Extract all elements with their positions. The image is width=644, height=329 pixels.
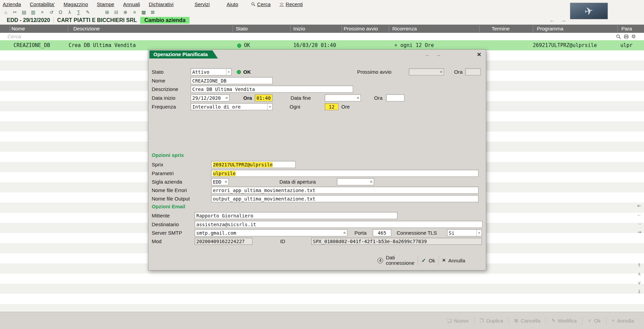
close-box-icon[interactable]: ⊠ [150,9,156,15]
back-icon[interactable]: ← [425,51,430,58]
data-fine-field[interactable]: ≡ [325,94,361,101]
back-icon[interactable]: ← [549,17,555,24]
omega-icon[interactable]: Ω [57,9,64,15]
menu-dichiarativi[interactable]: Dichiarativi [149,1,173,7]
col-prossimo-avvio[interactable]: Prossimo avvio [344,26,378,31]
check-icon: ✓ [421,257,426,264]
grid-minus-icon[interactable]: ⊟ [113,9,119,15]
app-window: Azienda Contabilita' Magazzino Stampe An… [0,0,644,329]
menu-recenti[interactable]: ☆ Recenti [279,1,303,7]
grid-icon[interactable]: ⊞ [104,9,110,15]
col-nome[interactable]: Nome [11,26,25,31]
frequenza-label: Frequenza [152,104,176,110]
modifica-button[interactable]: ✎ Modifica [546,318,582,324]
cambio-azienda-chip[interactable]: Cambio azienda [140,17,190,24]
col-descrizione[interactable]: Descrizione [73,26,100,31]
forward-icon[interactable]: → [436,51,441,58]
col-stato[interactable]: Stato [236,26,248,31]
row-parametri: ulpr [620,42,633,48]
ogni-field[interactable]: 12 [325,103,339,110]
ora-fine-field[interactable] [386,94,404,101]
nav-next-icon[interactable]: → [637,220,642,226]
sum-icon[interactable]: ∑ [76,9,82,15]
print-icon[interactable] [624,34,629,39]
opzioni-sprix-heading: Opzioni sprix [152,152,184,158]
col-termine[interactable]: Termine [492,26,510,31]
search-input[interactable]: Cerca [7,33,21,39]
menu-stampe[interactable]: Stampe [97,1,115,7]
nome-field[interactable]: CREAZIONE_DB [191,77,273,84]
file-output-field[interactable]: output_app_ultima_movimentazione.txt [211,195,478,202]
menu-cerca[interactable]: Cerca [251,1,271,7]
sigla-azienda-field[interactable]: EDD ≡ [211,178,229,185]
cut-icon[interactable]: ✂ [12,9,18,15]
nav-last-icon[interactable]: ⇥ [637,229,641,235]
search-row: Cerca ⚙ [0,33,644,40]
tls-select[interactable]: Si ▾ [447,229,482,236]
nav-down-icon[interactable]: ∨ [638,280,641,285]
col-programma[interactable]: Programma [537,26,563,31]
cancella-button[interactable]: ⊠ Cancella [509,318,546,324]
calendar-icon[interactable]: ▦ [141,9,147,15]
table-row[interactable]: CREAZIONE_DB Crea DB Ultima Vendita OK 1… [0,40,644,50]
nav-first-icon[interactable]: ⇤ [637,203,641,208]
menu-servizi[interactable]: Servizi [195,1,210,7]
delete-icon: ⊠ [514,318,518,323]
menu-contabilita[interactable]: Contabilita' [30,1,55,7]
prossimo-avvio-field[interactable]: ≡ [409,68,444,75]
nav-up-icon[interactable]: ∧ [638,271,641,277]
mittente-field[interactable]: Rapporto Giornaliero [195,212,397,219]
dati-connessione-button[interactable]: 4 Dati connessione [374,255,418,266]
list-icon[interactable]: ≡ [131,9,138,15]
footer-toolbar: ❑ Nuovo ❐ Duplica ⊠ Cancella ✎ Modifica … [0,312,644,329]
col-inizio[interactable]: Inizio [293,26,305,31]
home-icon[interactable]: ⌂ [3,9,9,15]
annulla-button[interactable]: × Annulla [606,318,639,324]
data-apertura-label: Data di apertura [279,179,316,185]
porta-field[interactable]: 465 [373,229,391,236]
col-ricorrenza[interactable]: Ricorrenza [392,26,417,31]
ok-button[interactable]: ✓ Ok [583,318,606,324]
stato-select[interactable]: Attivo ▾ [191,68,231,75]
descrizione-field[interactable]: Crea DB Ultima Vendita [191,86,353,93]
parametri-field[interactable]: ulprsile [211,170,478,177]
menu-annuali[interactable]: Annuali [123,1,140,7]
sprix-field[interactable]: 269217ULTPRZ@ulprsile [211,161,296,168]
list-scroll-nav: ⇤ ← → ⇥ ⇑ ∧ ∨ ⇓ [636,203,643,294]
id-label: ID [280,238,285,244]
server-smtp-field[interactable]: smtp.gmail.com ≡ [195,229,347,236]
lambda-icon[interactable]: λ [67,9,73,15]
destinatario-field[interactable]: assistenza@sicsrls.it [195,221,482,228]
add-icon[interactable]: ⊕ [122,9,128,15]
delete-icon[interactable]: × [39,9,45,15]
frequenza-select[interactable]: Intervallo di ore ▾ [191,103,273,110]
undo-icon[interactable]: ↺ [48,9,54,15]
dialog-ok-button[interactable]: ✓ Ok [418,257,439,264]
dialog-annulla-button[interactable]: × Annulla [439,257,469,264]
copy-icon[interactable]: ▤ [21,9,27,15]
col-parametri[interactable]: Para [621,26,632,31]
menu-aiuto[interactable]: Aiuto [227,1,238,7]
edit-icon[interactable]: ✎ [85,9,91,15]
data-apertura-field[interactable]: ≡ [337,178,374,185]
nav-prev-icon[interactable]: ← [637,212,642,217]
duplica-button[interactable]: ❐ Duplica [474,318,509,324]
file-errori-field[interactable]: errori_app_ultima_movimentazione.txt [211,187,478,194]
menu-azienda[interactable]: Azienda [3,1,21,7]
menu-magazzino[interactable]: Magazzino [64,1,88,7]
nav-bottom-icon[interactable]: ⇓ [637,289,641,294]
nav-top-icon[interactable]: ⇑ [637,262,641,268]
data-inizio-field[interactable]: 29/12/2020 ≡ [191,94,229,101]
settings-icon[interactable]: ⚙ [631,33,636,40]
status-ok-dot [237,44,241,48]
brand-logo: ✈ [570,3,608,19]
close-icon[interactable]: × [477,50,481,58]
forward-icon[interactable]: → [561,17,566,24]
ora-prossimo-field[interactable] [465,68,481,75]
row-descrizione: Crea DB Ultima Vendita [69,42,136,48]
search-icon[interactable] [616,34,621,39]
paste-icon[interactable]: ▥ [30,9,36,15]
ora-inizio-field[interactable]: 01:40 [255,94,273,101]
nuovo-button[interactable]: ❑ Nuovo [442,318,474,324]
data-fine-label: Data fine [291,95,311,101]
